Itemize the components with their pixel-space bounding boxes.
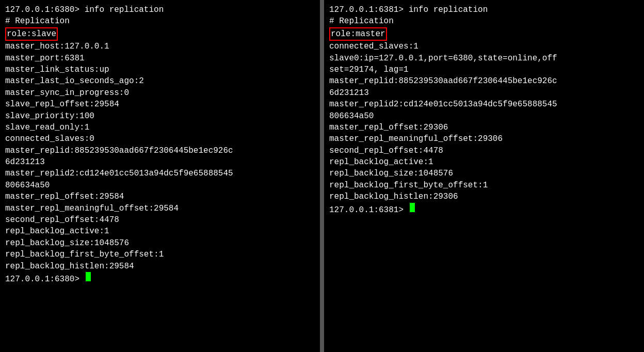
terminal-line: 127.0.0.1:6380> info replication <box>5 4 315 15</box>
terminal-line: master_port:6381 <box>5 53 315 64</box>
cursor-block <box>86 272 91 281</box>
role-line: role:master <box>329 27 639 41</box>
terminal-line: slave_repl_offset:29584 <box>5 99 315 110</box>
terminal-line: master_replid2:cd124e01cc5013a94dc5f9e65… <box>5 168 315 179</box>
terminal-line: # Replication <box>329 15 639 27</box>
terminal-line: master_replid:885239530aad667f2306445be1… <box>329 75 639 87</box>
terminal-line: master_replid2:cd124e01cc5013a94dc5f9e65… <box>329 99 639 110</box>
terminal-line: second_repl_offset:4478 <box>5 214 315 226</box>
right-terminal[interactable]: 127.0.0.1:6381> info replication# Replic… <box>324 0 644 352</box>
role-badge: role:master <box>329 27 387 41</box>
terminal-line: set=29174, lag=1 <box>329 64 639 75</box>
terminal-line: connected_slaves:1 <box>329 41 639 52</box>
prompt-line: 127.0.0.1:6380> <box>5 272 315 285</box>
prompt-line: 127.0.0.1:6381> <box>329 203 639 216</box>
terminal-line: connected_slaves:0 <box>5 133 315 145</box>
terminal-line: slave_read_only:1 <box>5 122 315 133</box>
terminal-line: 806634a50 <box>329 110 639 122</box>
role-line: role:slave <box>5 27 315 41</box>
terminal-line: master_host:127.0.0.1 <box>5 41 315 52</box>
terminal-line: master_repl_offset:29306 <box>329 122 639 133</box>
terminal-line: repl_backlog_size:1048576 <box>5 237 315 249</box>
terminal-line: 806634a50 <box>5 180 315 191</box>
terminal-line: master_replid:885239530aad667f2306445be1… <box>5 145 315 156</box>
terminal-line: 127.0.0.1:6381> info replication <box>329 4 639 15</box>
prompt-text: 127.0.0.1:6380> <box>5 274 85 285</box>
terminal-line: master_repl_meaningful_offset:29306 <box>329 133 639 145</box>
terminal-line: master_repl_meaningful_offset:29584 <box>5 203 315 214</box>
terminal-line: repl_backlog_active:1 <box>329 156 639 168</box>
terminal-line: repl_backlog_histlen:29306 <box>329 191 639 202</box>
prompt-text: 127.0.0.1:6381> <box>329 204 409 216</box>
terminal-line: # Replication <box>5 15 315 27</box>
terminal-line: second_repl_offset:4478 <box>329 145 639 156</box>
terminal-line: repl_backlog_size:1048576 <box>329 168 639 179</box>
terminal-line: repl_backlog_first_byte_offset:1 <box>5 249 315 260</box>
terminal-line: master_repl_offset:29584 <box>5 191 315 202</box>
terminal-line: repl_backlog_first_byte_offset:1 <box>329 180 639 191</box>
left-terminal[interactable]: 127.0.0.1:6380> info replication# Replic… <box>0 0 320 352</box>
terminal-line: repl_backlog_histlen:29584 <box>5 261 315 272</box>
terminal-line: master_link_status:up <box>5 64 315 75</box>
terminal-line: 6d231213 <box>329 87 639 99</box>
terminal-line: 6d231213 <box>5 156 315 168</box>
terminal-line: master_last_io_seconds_ago:2 <box>5 75 315 87</box>
pane-divider[interactable] <box>320 0 324 352</box>
terminal-line: slave0:ip=127.0.0.1,port=6380,state=onli… <box>329 53 639 64</box>
terminal-line: repl_backlog_active:1 <box>5 226 315 237</box>
role-badge: role:slave <box>5 27 58 41</box>
terminal-line: master_sync_in_progress:0 <box>5 87 315 99</box>
cursor-block <box>410 203 415 212</box>
terminal-line: slave_priority:100 <box>5 110 315 122</box>
